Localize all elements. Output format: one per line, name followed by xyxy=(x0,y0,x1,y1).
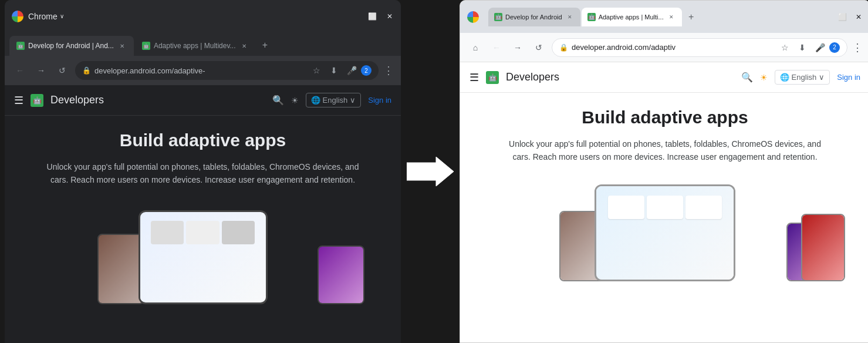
microphone-icon[interactable]: 🎤 xyxy=(343,62,360,79)
phone-screen-far-right xyxy=(802,215,844,280)
page-content-dark: ☰ 🤖 Developers 🔍 ☀ 🌐 English ∨ Sign in B… xyxy=(5,85,401,343)
title-bar-dark: Chrome ∨ ⬜ ✕ xyxy=(5,0,401,32)
address-bar-dark: ← → ↺ 🔒 developer.android.com/adaptive- … xyxy=(5,56,401,85)
download-icon[interactable]: ⬇ xyxy=(326,62,342,79)
url-text-light: developer.android.com/adaptiv xyxy=(572,43,773,52)
url-bar-dark[interactable]: 🔒 developer.android.com/adaptive- ☆ ⬇ 🎤 … xyxy=(75,61,379,80)
globe-icon: 🌐 xyxy=(311,96,320,105)
screen-item-light-2 xyxy=(647,196,683,219)
url-text: developer.android.com/adaptive- xyxy=(94,66,305,75)
security-icon: 🔒 xyxy=(82,66,91,75)
microphone-icon-light[interactable]: 🎤 xyxy=(812,39,828,56)
url-actions: ☆ ⬇ 🎤 2 xyxy=(308,62,371,79)
android-icon-light: 🤖 xyxy=(486,71,499,84)
site-header-dark: ☰ 🤖 Developers 🔍 ☀ 🌐 English ∨ Sign in xyxy=(5,85,401,116)
tab-2-dark[interactable]: 🤖 Adaptive apps | Multidev... ✕ xyxy=(135,36,256,56)
tab-label-1: Develop for Android | And... xyxy=(28,42,114,50)
main-container: Chrome ∨ ⬜ ✕ 🤖 Develop for Android | And… xyxy=(0,0,868,343)
left-browser: Chrome ∨ ⬜ ✕ 🤖 Develop for Android | And… xyxy=(5,0,401,343)
download-icon-light[interactable]: ⬇ xyxy=(794,39,810,56)
url-actions-light: ☆ ⬇ 🎤 2 xyxy=(776,39,840,56)
screen-item-3 xyxy=(222,221,255,244)
screen-item-1 xyxy=(151,221,184,244)
bookmark-icon[interactable]: ☆ xyxy=(308,62,325,79)
main-content-dark: Build adaptive apps Unlock your app's fu… xyxy=(5,116,401,343)
forward-button[interactable]: → xyxy=(33,62,49,79)
site-header-actions: 🔍 ☀ 🌐 English ∨ Sign in xyxy=(272,93,391,107)
tab-close-light-2[interactable]: ✕ xyxy=(667,12,676,22)
globe-icon-light: 🌐 xyxy=(780,73,789,82)
chevron-down-icon[interactable]: ∨ xyxy=(60,13,64,19)
right-browser: 🤖 Develop for Android ✕ 🤖 Adaptive apps … xyxy=(460,0,868,343)
forward-button-light[interactable]: → xyxy=(509,39,526,56)
tab-close-2[interactable]: ✕ xyxy=(239,41,249,51)
language-button[interactable]: 🌐 English ∨ xyxy=(306,93,362,107)
close-button-light[interactable]: ✕ xyxy=(855,13,863,21)
tablet-device xyxy=(139,210,268,304)
android-icon: 🤖 xyxy=(31,94,43,107)
tab-close-light-1[interactable]: ✕ xyxy=(565,12,575,22)
url-bar-light[interactable]: 🔒 developer.android.com/adaptiv ☆ ⬇ 🎤 2 xyxy=(552,38,847,57)
close-button[interactable]: ✕ xyxy=(386,12,394,21)
sign-in-button[interactable]: Sign in xyxy=(368,96,391,105)
refresh-button-light[interactable]: ↺ xyxy=(531,39,547,56)
back-button-light[interactable]: ← xyxy=(488,39,505,56)
minimize-button-light[interactable]: ⬜ xyxy=(838,13,846,21)
language-label: English xyxy=(323,96,348,105)
phone-device-right xyxy=(318,246,364,304)
page-content-light: ☰ 🤖 Developers 🔍 ☀ 🌐 English ∨ Sign in B… xyxy=(460,62,868,342)
phone-device-left xyxy=(97,234,144,304)
address-bar-light: ⌂ ← → ↺ 🔒 developer.android.com/adaptiv … xyxy=(460,33,868,62)
theme-toggle-icon[interactable]: ☀ xyxy=(291,96,299,105)
new-tab-button-light[interactable]: + xyxy=(683,9,700,25)
refresh-button[interactable]: ↺ xyxy=(54,62,70,79)
language-label-light: English xyxy=(792,73,817,82)
screen-content-grid-light xyxy=(603,191,727,275)
chrome-logo-icon-light xyxy=(467,11,479,23)
device-showcase-dark xyxy=(23,199,382,304)
tab-favicon-1: 🤖 xyxy=(16,42,25,50)
new-tab-button[interactable]: + xyxy=(257,37,273,53)
hamburger-menu-icon[interactable]: ☰ xyxy=(14,94,23,107)
hamburger-menu-icon-light[interactable]: ☰ xyxy=(470,71,479,84)
svg-marker-0 xyxy=(407,157,454,186)
tab-favicon-light-2: 🤖 xyxy=(587,13,596,21)
chrome-title: Chrome ∨ xyxy=(28,12,64,21)
search-icon[interactable]: 🔍 xyxy=(272,95,284,106)
back-button[interactable]: ← xyxy=(12,62,28,79)
site-header-actions-light: 🔍 ☀ 🌐 English ∨ Sign in xyxy=(741,70,860,85)
tab-close-1[interactable]: ✕ xyxy=(117,41,127,51)
tablet-screen xyxy=(140,212,266,302)
tab-favicon-light-1: 🤖 xyxy=(494,13,502,21)
menu-button[interactable]: ⋮ xyxy=(383,64,394,77)
tab-label-light-2: Adaptive apps | Multi... xyxy=(599,14,664,21)
page-title-light: Build adaptive apps xyxy=(582,107,748,128)
window-controls: ⬜ ✕ xyxy=(368,12,394,21)
phone-screen-left xyxy=(99,235,143,303)
site-logo-light: Developers xyxy=(506,71,559,83)
screen-item-light-3 xyxy=(685,196,722,219)
device-showcase-light xyxy=(479,176,851,281)
language-button-light[interactable]: 🌐 English ∨ xyxy=(775,70,830,85)
tab-2-light[interactable]: 🤖 Adaptive apps | Multi... ✕ xyxy=(582,8,682,26)
sign-in-button-light[interactable]: Sign in xyxy=(837,73,860,82)
screen-item-light-1 xyxy=(608,196,644,219)
phone-device-far-right xyxy=(801,214,845,281)
tab-favicon-2: 🤖 xyxy=(142,42,150,50)
phone-screen-right xyxy=(319,247,363,303)
main-content-light: Build adaptive apps Unlock your app's fu… xyxy=(460,93,868,342)
tab-1-light[interactable]: 🤖 Develop for Android ✕ xyxy=(488,8,580,26)
language-chevron-icon: ∨ xyxy=(350,96,356,105)
tab-label-2: Adaptive apps | Multidev... xyxy=(154,42,236,50)
tab-1-dark[interactable]: 🤖 Develop for Android | And... ✕ xyxy=(9,36,134,56)
notification-badge-light: 2 xyxy=(829,42,840,53)
page-subtitle-light: Unlock your app's full potential on phon… xyxy=(501,137,829,164)
menu-button-light[interactable]: ⋮ xyxy=(852,41,863,54)
theme-toggle-icon-light[interactable]: ☀ xyxy=(760,73,768,82)
notification-badge: 2 xyxy=(361,65,371,76)
bookmark-icon-light[interactable]: ☆ xyxy=(776,39,793,56)
minimize-button[interactable]: ⬜ xyxy=(368,12,376,21)
title-bar-light: 🤖 Develop for Android ✕ 🤖 Adaptive apps … xyxy=(460,1,868,33)
home-button-light[interactable]: ⌂ xyxy=(467,39,484,56)
search-icon-light[interactable]: 🔍 xyxy=(741,72,753,83)
